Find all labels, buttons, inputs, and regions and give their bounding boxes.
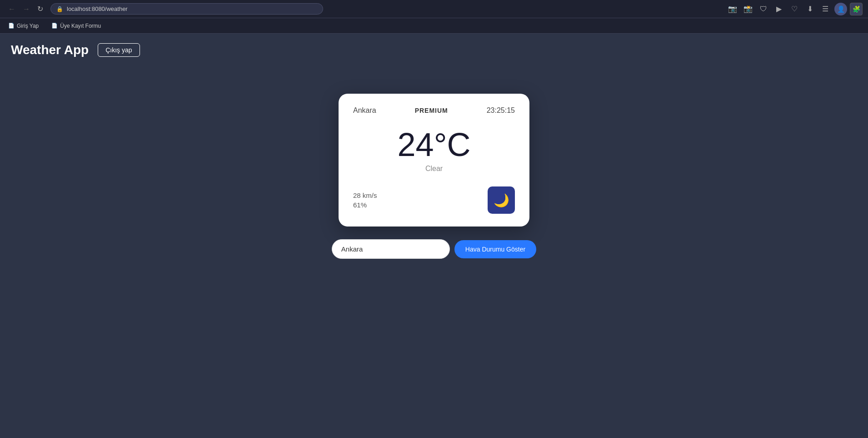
weather-details: 28 km/s 61%	[353, 191, 377, 209]
main-content: Ankara PREMIUM 23:25:15 24°C Clear 28 km…	[0, 66, 868, 286]
back-button[interactable]: ←	[5, 3, 18, 15]
humidity: 61%	[353, 201, 377, 209]
url-text: localhost:8080/weather	[67, 5, 128, 12]
heart-button[interactable]: ♡	[788, 3, 801, 15]
menu-button[interactable]: ☰	[819, 3, 832, 15]
page-content: Weather App Çıkış yap Ankara PREMIUM 23:…	[0, 34, 868, 438]
address-bar[interactable]: 🔒 localhost:8080/weather	[50, 3, 323, 15]
bookmark-uye-icon: 📄	[51, 23, 58, 29]
bookmark-giris-icon: 📄	[8, 23, 15, 29]
wind-speed: 28 km/s	[353, 191, 377, 199]
night-icon: 🌙	[494, 193, 509, 208]
city-search-input[interactable]	[332, 239, 450, 259]
premium-badge: PREMIUM	[415, 107, 448, 114]
bookmark-uye-kayit[interactable]: 📄 Üye Kayıt Formu	[49, 21, 104, 30]
show-weather-button[interactable]: Hava Durumu Göster	[454, 240, 536, 258]
logout-button[interactable]: Çıkış yap	[98, 43, 140, 57]
shield-button[interactable]: 🛡	[757, 3, 770, 15]
app-header: Weather App Çıkış yap	[0, 34, 868, 66]
card-footer: 28 km/s 61% 🌙	[353, 186, 515, 214]
download-button[interactable]: ⬇	[803, 3, 816, 15]
bookmark-giris-yap[interactable]: 📄 Giriş Yap	[5, 21, 41, 30]
screenshots-button[interactable]: 📷	[726, 3, 739, 15]
forward-button[interactable]: →	[20, 3, 33, 15]
bookmark-giris-label: Giriş Yap	[17, 23, 39, 29]
browser-chrome: ← → ↻ 🔒 localhost:8080/weather 📷 📸 🛡 ▶ ♡…	[0, 0, 868, 34]
bookmarks-bar: 📄 Giriş Yap 📄 Üye Kayıt Formu	[0, 18, 868, 34]
bookmark-uye-label: Üye Kayıt Formu	[60, 23, 101, 29]
play-button[interactable]: ▶	[773, 3, 785, 15]
nav-buttons: ← → ↻	[5, 3, 46, 15]
search-section: Hava Durumu Göster	[332, 239, 536, 259]
card-header: Ankara PREMIUM 23:25:15	[353, 106, 515, 115]
temperature-display: 24°C	[353, 128, 515, 161]
browser-toolbar: ← → ↻ 🔒 localhost:8080/weather 📷 📸 🛡 ▶ ♡…	[0, 0, 868, 18]
extensions-button[interactable]: 🧩	[850, 3, 863, 15]
reload-button[interactable]: ↻	[35, 3, 46, 15]
temperature-section: 24°C Clear	[353, 128, 515, 173]
current-time: 23:25:15	[487, 106, 515, 115]
weather-description: Clear	[353, 165, 515, 173]
weather-card: Ankara PREMIUM 23:25:15 24°C Clear 28 km…	[339, 94, 529, 227]
profile-button[interactable]: 👤	[834, 3, 847, 15]
city-name: Ankara	[353, 106, 376, 115]
camera-button[interactable]: 📸	[742, 3, 754, 15]
night-icon-box: 🌙	[488, 186, 515, 214]
browser-actions: 📷 📸 🛡 ▶ ♡ ⬇ ☰ 👤 🧩	[726, 3, 863, 15]
lock-icon: 🔒	[56, 6, 63, 12]
app-title: Weather App	[11, 43, 89, 57]
